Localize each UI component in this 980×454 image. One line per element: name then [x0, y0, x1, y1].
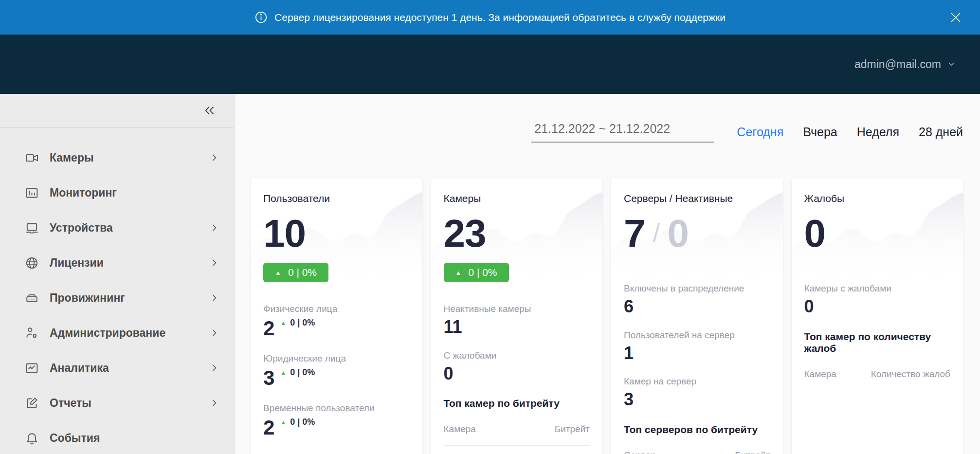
- trend-up-icon: ▲: [280, 370, 286, 376]
- close-icon[interactable]: [945, 7, 966, 28]
- trend-up-icon: ▲: [280, 320, 286, 326]
- card-title: Пользователи: [263, 193, 410, 204]
- sidebar-item-analytics[interactable]: Аналитика: [0, 350, 234, 385]
- servers-total: 7/0: [624, 209, 770, 258]
- servers-card: Серверы / Неактивные 7/0 Включены в расп…: [611, 178, 783, 454]
- column-server: Сервер: [624, 450, 656, 454]
- administration-icon: [24, 326, 39, 340]
- metric-individuals: Физические лица 2 ▲0 | 0%: [263, 304, 410, 340]
- cameras-card: Камеры 23 ▲ 0 | 0% Неактивные камеры 11: [431, 178, 603, 454]
- complaints-card: Жалобы 0 Камеры с жалобами 0 Топ камер п…: [792, 178, 963, 454]
- table-header: Сервер Битрейт: [624, 450, 770, 454]
- metric-with-complaints: С жалобами 0: [444, 350, 590, 383]
- metric-temporary-users: Временные пользователи 2 ▲0 | 0%: [263, 403, 410, 439]
- chevron-right-icon: [209, 152, 219, 163]
- sidebar-item-label: Провижининг: [50, 291, 209, 305]
- sidebar-item-label: Лицензии: [50, 256, 209, 270]
- range-tabs: Сегодня Вчера Неделя 28 дней: [737, 125, 963, 139]
- sidebar-item-label: Камеры: [50, 151, 209, 164]
- users-card: Пользователи 10 ▲ 0 | 0% Физические лица…: [251, 178, 422, 454]
- events-icon: [24, 431, 39, 445]
- app-window: Сервер лицензирования недоступен 1 день.…: [0, 0, 980, 454]
- sidebar-item-label: Мониторинг: [50, 186, 219, 200]
- column-camera: Камера: [804, 369, 836, 380]
- sidebar-item-events[interactable]: События: [0, 420, 234, 454]
- banner-text: Сервер лицензирования недоступен 1 день.…: [274, 12, 726, 23]
- dashboard-main: 21.12.2022 ~ 21.12.2022 Сегодня Вчера Не…: [235, 94, 980, 454]
- chevron-right-icon: [209, 222, 219, 233]
- sidebar-item-label: Аналитика: [50, 362, 209, 375]
- trend-up-icon: ▲: [280, 419, 286, 425]
- sidebar-item-devices[interactable]: Устройства: [0, 210, 234, 245]
- monitoring-icon: [24, 185, 39, 200]
- sidebar-item-label: Администрирование: [50, 327, 209, 340]
- analytics-icon: [24, 361, 39, 375]
- provisioning-icon: [24, 291, 39, 305]
- chevron-right-icon: [209, 327, 219, 338]
- cameras-trend-badge: ▲ 0 | 0%: [444, 263, 509, 282]
- card-title: Жалобы: [804, 193, 951, 204]
- card-title: Камеры: [444, 193, 590, 204]
- table-header: Камера Битрейт: [444, 424, 590, 435]
- reports-icon: [24, 396, 39, 410]
- license-warning-banner: Сервер лицензирования недоступен 1 день.…: [0, 0, 980, 35]
- card-title: Серверы / Неактивные: [624, 193, 770, 204]
- metric-cameras-with-complaints: Камеры с жалобами 0: [804, 283, 951, 316]
- table-row: 192.168.20.1.12 1134: [444, 446, 590, 454]
- sidebar-collapse-icon[interactable]: [200, 101, 219, 120]
- complaints-total: 0: [804, 209, 951, 258]
- sidebar-item-administration[interactable]: Администрирование: [0, 315, 234, 350]
- sidebar-item-label: События: [50, 432, 219, 445]
- top-cameras-bitrate-title: Топ камер по битрейту: [444, 398, 590, 409]
- top-servers-bitrate-title: Топ серверов по битрейту: [624, 424, 770, 436]
- trend-up-icon: ▲: [275, 270, 281, 276]
- chevron-right-icon: [209, 398, 219, 408]
- servers-active-count: 7: [624, 212, 645, 255]
- devices-icon: [24, 220, 39, 235]
- tab-yesterday[interactable]: Вчера: [803, 125, 837, 139]
- camera-icon: [24, 150, 39, 165]
- metric-legal-entities: Юридические лица 3 ▲0 | 0%: [263, 353, 410, 389]
- app-header: admin@mail.com: [0, 35, 980, 94]
- tab-today[interactable]: Сегодня: [737, 125, 783, 139]
- chevron-right-icon: [209, 257, 219, 268]
- licenses-icon: [24, 255, 39, 270]
- servers-inactive-count: 0: [668, 212, 689, 255]
- tab-week[interactable]: Неделя: [857, 125, 899, 139]
- column-bitrate: Битрейт: [555, 424, 590, 435]
- user-account-menu[interactable]: admin@mail.com: [854, 58, 956, 71]
- metric-inactive-cameras: Неактивные камеры 11: [444, 304, 590, 337]
- date-filters: 21.12.2022 ~ 21.12.2022 Сегодня Вчера Не…: [251, 122, 963, 143]
- metric-cameras-per-server: Камер на сервер 3: [624, 376, 770, 409]
- table-header: Камера Количество жалоб: [804, 369, 951, 380]
- users-total: 10: [263, 209, 410, 258]
- users-trend-badge: ▲ 0 | 0%: [263, 263, 328, 282]
- cameras-total: 23: [444, 209, 590, 258]
- info-icon: [254, 11, 268, 24]
- metric-users-per-server: Пользователей на сервер 1: [624, 330, 770, 363]
- date-range-input[interactable]: 21.12.2022 ~ 21.12.2022: [531, 122, 714, 143]
- sidebar-item-cameras[interactable]: Камеры: [0, 140, 234, 175]
- column-camera: Камера: [444, 424, 476, 435]
- chevron-down-icon: [947, 60, 956, 69]
- sidebar-item-provisioning[interactable]: Провижининг: [0, 280, 234, 315]
- user-email: admin@mail.com: [854, 58, 941, 71]
- stat-cards: Пользователи 10 ▲ 0 | 0% Физические лица…: [251, 178, 963, 454]
- sidebar-item-monitoring[interactable]: Мониторинг: [0, 175, 234, 210]
- sidebar: Камеры Мониторинг: [0, 94, 235, 454]
- chevron-right-icon: [209, 363, 219, 373]
- sidebar-item-label: Устройства: [50, 221, 209, 235]
- slash-separator: /: [653, 218, 660, 247]
- column-complaints-count: Количество жалоб: [871, 369, 950, 380]
- sidebar-nav: Камеры Мониторинг: [0, 127, 234, 454]
- column-bitrate: Битрейт: [735, 450, 770, 454]
- sidebar-item-licenses[interactable]: Лицензии: [0, 245, 234, 280]
- top-cameras-complaints-title: Топ камер по количеству жалоб: [804, 331, 951, 354]
- metric-in-distribution: Включены в распределение 6: [624, 283, 770, 316]
- chevron-right-icon: [209, 292, 219, 303]
- sidebar-item-reports[interactable]: Отчеты: [0, 385, 234, 420]
- sidebar-item-label: Отчеты: [50, 397, 209, 410]
- trend-up-icon: ▲: [455, 270, 462, 276]
- tab-28-days[interactable]: 28 дней: [919, 125, 963, 139]
